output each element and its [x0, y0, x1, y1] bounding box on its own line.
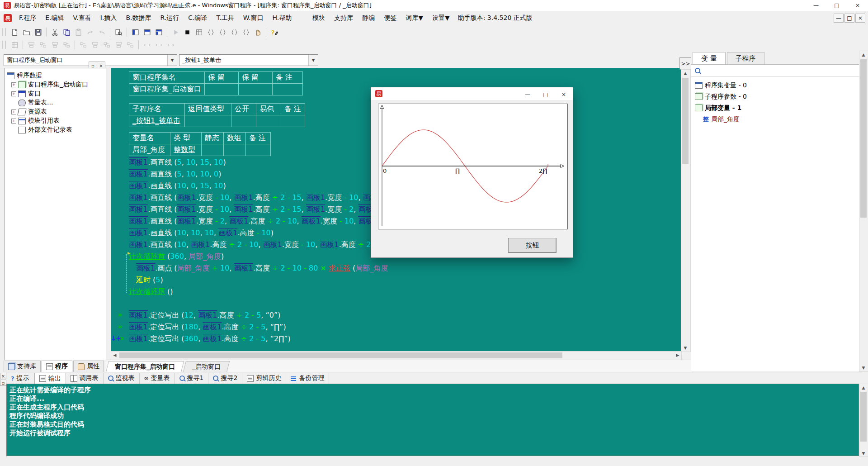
program-minimize-button[interactable]: —: [519, 88, 537, 101]
paste-button[interactable]: [72, 27, 84, 38]
wizard-button[interactable]: [269, 27, 280, 38]
scroll-up-icon[interactable]: ▲: [859, 51, 868, 58]
layout-grid-button[interactable]: [153, 27, 165, 38]
menu-item[interactable]: B.数据库: [121, 14, 156, 21]
toolbar-grip[interactable]: [2, 41, 6, 49]
minimize-button[interactable]: —: [806, 0, 826, 11]
menu-item[interactable]: 设置▼: [428, 14, 454, 21]
program-maximize-button[interactable]: □: [537, 88, 555, 101]
running-program-window[interactable]: 易 — □ × 0 ∏ 2∏ 按钮: [371, 87, 573, 258]
tree-item[interactable]: 常量表...: [7, 98, 106, 107]
output-close-button[interactable]: ×: [0, 373, 6, 379]
scroll-down-icon[interactable]: ▼: [859, 450, 868, 456]
menu-item[interactable]: F.程序: [14, 14, 41, 21]
redo-button[interactable]: [84, 27, 96, 38]
output-tab-剪辑历史[interactable]: 剪辑历史: [242, 373, 286, 384]
size-h-button[interactable]: [153, 39, 165, 50]
output-pin-button[interactable]: ▫: [0, 380, 6, 386]
open-button[interactable]: [20, 27, 32, 38]
scroll-left-icon[interactable]: ◀: [111, 352, 118, 359]
subroutine-selector[interactable]: _按钮1_被单击: [179, 54, 318, 66]
table-cell[interactable]: 整数型: [170, 144, 202, 156]
menu-item[interactable]: 词库▼: [401, 14, 428, 21]
step-out-button[interactable]: [228, 27, 240, 38]
output-vscrollbar[interactable]: ▲ ▼: [859, 384, 868, 457]
program-button[interactable]: 按钮: [508, 238, 557, 253]
menu-item[interactable]: 便签: [379, 14, 401, 21]
run-button[interactable]: [170, 27, 181, 38]
variables-search-row[interactable]: [691, 65, 860, 77]
tree-item[interactable]: +窗口: [7, 89, 106, 98]
scroll-down-icon[interactable]: ▼: [681, 344, 689, 352]
align-f-button[interactable]: [89, 39, 101, 50]
menu-item[interactable]: W.窗口: [239, 14, 268, 21]
align-e-button[interactable]: [77, 39, 89, 50]
align-b-button[interactable]: [37, 39, 49, 50]
menu-item[interactable]: R.运行: [156, 14, 184, 21]
layout-left-button[interactable]: [129, 27, 141, 38]
find-button[interactable]: [113, 27, 124, 38]
program-close-button[interactable]: ×: [555, 88, 573, 101]
output-vscroll-thumb[interactable]: [860, 392, 867, 442]
editor-vscrollbar[interactable]: ▲ ▼: [681, 69, 691, 352]
output-tab-备份管理[interactable]: 备份管理: [286, 373, 329, 384]
align-d-button[interactable]: [61, 39, 72, 50]
maximize-button[interactable]: □: [826, 0, 847, 11]
scroll-right-icon[interactable]: ▶: [674, 352, 681, 359]
new-button[interactable]: [9, 27, 20, 38]
menu-item[interactable]: V.查看: [69, 14, 96, 21]
mdi-minimize-button[interactable]: —: [834, 14, 844, 23]
step-over-button[interactable]: [205, 27, 217, 38]
editor-hscrollbar[interactable]: ◀ ▶: [111, 351, 682, 360]
table-cell[interactable]: _按钮1_被单击: [129, 115, 185, 127]
tree-item[interactable]: 外部文件记录表: [7, 125, 106, 134]
document-tab[interactable]: _启动窗口: [183, 361, 230, 372]
scroll-down-icon[interactable]: ▼: [859, 364, 868, 371]
variable-tree-item[interactable]: 子程序参数 - 0: [691, 91, 860, 102]
program-window-title-bar[interactable]: 易 — □ ×: [371, 87, 573, 100]
scroll-up-icon[interactable]: ▲: [681, 70, 689, 77]
undo-button[interactable]: [96, 27, 108, 38]
right-panel-tab[interactable]: 变 量: [693, 52, 726, 64]
code-line[interactable]: »画板1.定位写出 (12, 画板1.高度 ÷ 2 - 5, “0”): [111, 310, 681, 322]
view-tab-支持库[interactable]: 支持库: [4, 361, 41, 372]
document-tab[interactable]: 窗口程序集_启动窗口: [106, 361, 184, 372]
right-panel-vscrollbar[interactable]: ▲ ▼: [859, 51, 868, 372]
output-tab-调用表[interactable]: 调用表: [66, 373, 104, 384]
copy-button[interactable]: [61, 27, 72, 38]
variable-tree-item[interactable]: 局部变量 - 1: [691, 102, 860, 114]
expand-toggle[interactable]: +: [11, 91, 16, 96]
align-a-button[interactable]: [25, 39, 37, 50]
code-line[interactable]: 延时 (5): [111, 275, 681, 287]
code-line[interactable]: [111, 299, 681, 310]
output-tab-监视表[interactable]: 监视表: [104, 373, 140, 384]
expand-toggle[interactable]: +: [11, 82, 16, 87]
right-panel-tab[interactable]: 子程序: [727, 52, 764, 64]
stop-button[interactable]: [181, 27, 193, 38]
output-tab-提示[interactable]: ?提示: [6, 373, 34, 384]
chevron-down-icon[interactable]: [167, 55, 177, 66]
code-line[interactable]: ↓+»画板1.定位写出 (360, 画板1.高度 ÷ 2 - 5, “2∏”): [111, 334, 681, 346]
output-tab-输出[interactable]: 输出: [34, 373, 66, 384]
variable-tree-item[interactable]: 整局部_角度: [691, 114, 860, 125]
debug-grid-button[interactable]: [193, 27, 205, 38]
save-button[interactable]: [32, 27, 44, 38]
layout-top-button[interactable]: [141, 27, 153, 38]
menu-item[interactable]: C.编译: [184, 14, 212, 21]
align-g-button[interactable]: [101, 39, 113, 50]
tree-item[interactable]: +模块引用表: [7, 116, 106, 125]
view-tab-程序[interactable]: 程序: [42, 361, 72, 372]
right-panel-vscroll-thumb[interactable]: [860, 59, 867, 218]
menu-item[interactable]: 静编: [358, 14, 379, 21]
panel-expand-button[interactable]: >>: [679, 57, 692, 70]
code-line[interactable]: 画板1.画点 (局部_角度 + 10, 画板1.高度 ÷ 2 - 10 - 80…: [111, 263, 681, 275]
code-line[interactable]: »画板1.定位写出 (180, 画板1.高度 ÷ 2 - 5, “∏”): [111, 322, 681, 334]
editor-hscroll-thumb[interactable]: [119, 352, 562, 358]
menu-item[interactable]: H.帮助: [268, 14, 296, 21]
run-to-cursor-button[interactable]: [240, 27, 252, 38]
mdi-restore-button[interactable]: □: [844, 14, 854, 23]
align-h-button[interactable]: [113, 39, 124, 50]
tree-item[interactable]: +窗口程序集_启动窗口: [7, 80, 106, 89]
size-w-button[interactable]: [141, 39, 153, 50]
expand-toggle[interactable]: +: [11, 109, 16, 114]
